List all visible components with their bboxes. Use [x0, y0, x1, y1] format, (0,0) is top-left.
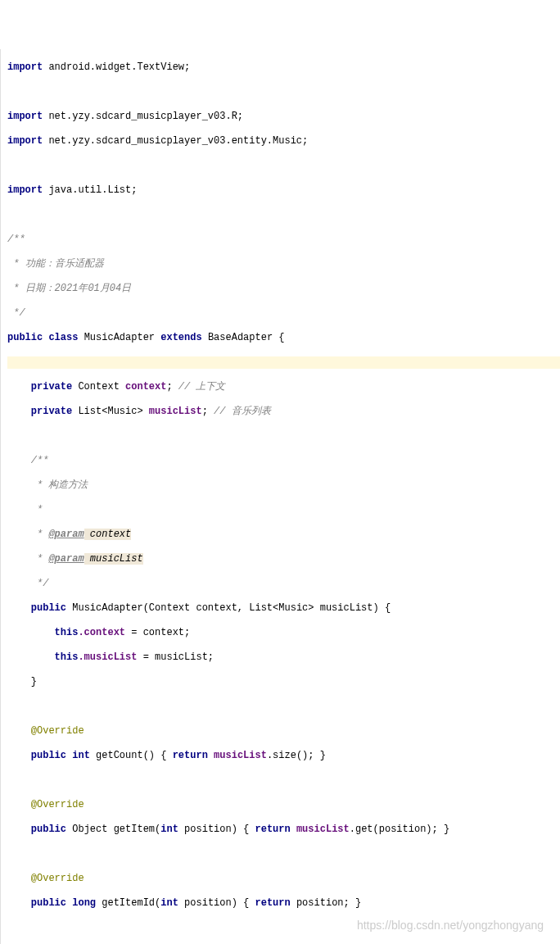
text: .get(position); }	[350, 824, 449, 835]
javadoc: * 日期：2021年01月04日	[7, 283, 131, 294]
code-line[interactable]: /**	[7, 455, 560, 467]
keyword: import	[7, 111, 43, 122]
field: musicList	[149, 406, 202, 417]
code-line[interactable]: */	[7, 578, 560, 590]
method: getCount() {	[96, 750, 173, 761]
annotation: @Override	[31, 799, 84, 810]
keyword: public	[31, 897, 72, 909]
keyword: public	[31, 602, 72, 614]
param: position) {	[184, 824, 255, 835]
comment: // 音乐列表	[214, 406, 271, 417]
field: context	[125, 381, 166, 393]
doc-param: musicList	[84, 553, 143, 565]
code-line[interactable]	[7, 430, 560, 442]
code-line[interactable]	[7, 848, 560, 860]
text: .size(); }	[267, 750, 326, 761]
type: Object getItem(	[72, 824, 160, 835]
code-line[interactable]: import net.yzy.sdcard_musicplayer_v03.en…	[7, 135, 560, 148]
code-line[interactable]: * 功能：音乐适配器	[7, 258, 560, 270]
code-line[interactable]: }	[7, 676, 560, 688]
keyword: public	[7, 332, 48, 343]
code-line[interactable]: * 日期：2021年01月04日	[7, 283, 560, 295]
code-line[interactable]: */	[7, 307, 560, 320]
javadoc: /**	[31, 455, 49, 466]
keyword: return	[255, 897, 296, 909]
code-line[interactable]: this.musicList = musicList;	[7, 651, 560, 664]
constructor: MusicAdapter(Context context, List<Music…	[72, 602, 391, 614]
javadoc: *	[31, 529, 49, 540]
keyword: public	[31, 824, 72, 835]
class-name: MusicAdapter	[84, 332, 161, 343]
javadoc: /**	[7, 234, 25, 245]
keyword: int	[160, 897, 184, 909]
code-line[interactable]	[7, 701, 560, 713]
code-line[interactable]: * 构造方法	[7, 479, 560, 492]
field: .musicList	[78, 651, 137, 663]
doc-tag: @param	[48, 553, 84, 565]
highlighted-line[interactable]	[7, 356, 560, 369]
text: = context;	[125, 627, 190, 638]
base-class: BaseAdapter {	[208, 332, 285, 343]
code-line[interactable]: public int getCount() { return musicList…	[7, 750, 560, 762]
keyword: return	[173, 750, 214, 761]
code-line[interactable]: @Override	[7, 725, 560, 738]
javadoc: */	[7, 307, 25, 319]
package-path: net.yzy.sdcard_musicplayer_v03.entity.Mu…	[43, 135, 308, 147]
type: Context	[78, 381, 125, 393]
javadoc: */	[31, 578, 49, 589]
code-line[interactable]: public long getItemId(int position) { re…	[7, 897, 560, 910]
param: position) {	[184, 897, 255, 909]
package-path: android.widget.TextView;	[43, 61, 190, 73]
keyword: int	[160, 824, 184, 835]
keyword: this	[55, 651, 79, 663]
code-line[interactable]: private Context context; // 上下文	[7, 381, 560, 393]
code-line[interactable]: private List<Music> musicList; // 音乐列表	[7, 406, 560, 418]
watermark: https://blog.csdn.net/yongzhongyang	[357, 919, 544, 932]
keyword: extends	[160, 332, 208, 343]
text: ;	[166, 381, 178, 393]
code-line[interactable]	[7, 160, 560, 172]
keyword: import	[7, 184, 43, 196]
keyword: long	[72, 897, 102, 909]
code-line[interactable]: /**	[7, 234, 560, 246]
keyword: int	[72, 750, 96, 761]
keyword: private	[31, 406, 79, 417]
code-line[interactable]: @Override	[7, 873, 560, 885]
code-line[interactable]: import android.widget.TextView;	[7, 61, 560, 74]
code-editor[interactable]: import android.widget.TextView; import n…	[0, 49, 560, 944]
javadoc: * 构造方法	[31, 479, 88, 491]
code-line[interactable]: * @param context	[7, 529, 560, 541]
code-line[interactable]: import java.util.List;	[7, 184, 560, 197]
field: .context	[78, 627, 125, 638]
code-line[interactable]: * @param musicList	[7, 553, 560, 565]
code-line[interactable]: public Object getItem(int position) { re…	[7, 824, 560, 836]
keyword: import	[7, 135, 43, 147]
text: = musicList;	[137, 651, 214, 663]
keyword: private	[31, 381, 79, 393]
code-line[interactable]	[7, 86, 560, 98]
brace: }	[31, 676, 37, 688]
method: getItemId(	[102, 897, 160, 909]
doc-param: context	[84, 529, 132, 540]
keyword: import	[7, 61, 43, 73]
keyword: class	[48, 332, 84, 343]
keyword: public	[31, 750, 72, 761]
text: ;	[202, 406, 214, 417]
code-line[interactable]: *	[7, 504, 560, 516]
javadoc: *	[31, 504, 43, 515]
text: position; }	[296, 897, 361, 909]
type: List<Music>	[78, 406, 148, 417]
annotation: @Override	[31, 725, 84, 737]
code-line[interactable]: public class MusicAdapter extends BaseAd…	[7, 332, 560, 344]
javadoc: *	[31, 553, 49, 565]
code-line[interactable]: this.context = context;	[7, 627, 560, 639]
package-path: java.util.List;	[43, 184, 137, 196]
field: musicList	[296, 824, 350, 835]
field: musicList	[214, 750, 267, 761]
code-line[interactable]	[7, 209, 560, 221]
code-line[interactable]	[7, 774, 560, 787]
code-line[interactable]: import net.yzy.sdcard_musicplayer_v03.R;	[7, 111, 560, 123]
code-line[interactable]: @Override	[7, 799, 560, 811]
code-line[interactable]: public MusicAdapter(Context context, Lis…	[7, 602, 560, 615]
annotation: @Override	[31, 873, 84, 884]
